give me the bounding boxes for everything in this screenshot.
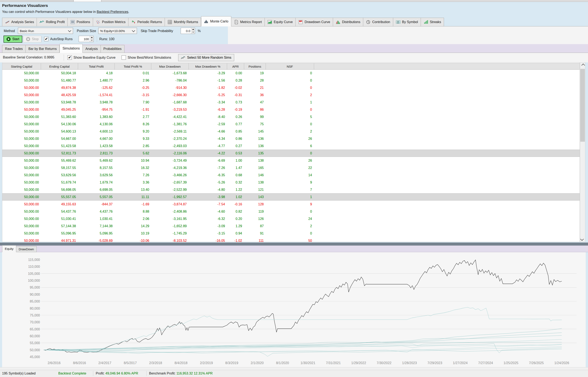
visualizer-tab-rolling-profit[interactable]: Rolling Profit (37, 18, 68, 26)
sim-tab-probabilities[interactable]: Probabilities (101, 45, 124, 53)
table-row[interactable]: 50,000.0044,971.31-5,028.69-10.06-8,103.… (2, 237, 580, 242)
table-cell: -1,574.41 (78, 93, 115, 97)
stop-button[interactable]: Stop (23, 36, 41, 42)
table-cell: -954.75 (78, 108, 115, 112)
table-cell: 7.90 (115, 100, 151, 104)
sim-tab-raw-trades[interactable]: Raw Trades (2, 45, 26, 53)
table-cell: 0 (266, 86, 314, 90)
visualizer-tab-drawdown-curve[interactable]: Drawdown Curve (296, 18, 333, 26)
visualizer-tab-contribution[interactable]: Contribution (363, 18, 393, 26)
table-cell: 50,000.00 (2, 232, 41, 235)
autostop-label: AutoStop Runs (50, 37, 73, 41)
table-scrollbar[interactable] (580, 62, 585, 242)
visualizer-tab-positions[interactable]: Positions (68, 18, 93, 26)
spinner-up-icon[interactable] (90, 36, 94, 39)
column-header-total-profit[interactable]: Total Profit (78, 63, 115, 70)
chart-tab-drawdown[interactable]: DrawDown (16, 246, 37, 252)
table-row[interactable]: 50,000.0054,667.004,667.009.33-2,370.24-… (2, 135, 580, 142)
visualizer-tab-by-symbol[interactable]: ABCDEFBy Symbol (393, 18, 421, 26)
visualizer-tab-analysis-series[interactable]: Analysis Series (2, 18, 37, 26)
table-row[interactable]: 50,000.0054,130.064,130.068.26-1,381.76-… (2, 120, 580, 128)
table-cell: -2,522.99 (151, 188, 189, 192)
spinner-down-icon[interactable] (90, 39, 94, 42)
visualizer-tab-streaks[interactable]: Streaks (421, 18, 444, 26)
table-row[interactable]: 50,000.0055,557.055,557.0511.11-1,992.57… (2, 193, 580, 200)
visualizer-tab-position-metrics[interactable]: Position Metrics (93, 18, 128, 26)
table-row[interactable]: 50,000.0055,469.625,469.6210.94-3,724.49… (2, 157, 580, 164)
visualizer-tab-monthly-returns[interactable]: Monthly Returns (165, 18, 201, 26)
table-row[interactable]: 50,000.0051,030.411,030.412.06-3,161.95-… (2, 215, 580, 223)
horizontal-splitter[interactable] (0, 243, 588, 246)
table-row[interactable]: 50,000.0053,948.783,948.787.90-1,687.68-… (2, 99, 580, 106)
table-cell: -1.69 (115, 202, 151, 206)
table-body[interactable]: 50,000.0050,004.184.180.01-1,673.68-3.29… (2, 70, 580, 242)
autostop-runs-stepper[interactable]: 100 (79, 36, 94, 42)
table-row[interactable]: 50,000.0054,437.764,437.768.88-2,408.86-… (2, 208, 580, 215)
table-row[interactable]: 50,000.0051,383.601,383.602.77-4,422.41-… (2, 113, 580, 120)
window-tab-stub-active[interactable] (73, 0, 101, 2)
tab-label: Drawdown Curve (304, 20, 330, 24)
skip-trade-probability-stepper[interactable]: 0.0 (181, 28, 195, 34)
table-row[interactable]: 50,000.0049,874.38-125.62-0.25-914.30-1.… (2, 84, 580, 91)
table-row[interactable]: 50,000.0056,698.056,698.0513.40-2,522.99… (2, 186, 580, 193)
table-row[interactable]: 50,000.0050,004.184.180.01-1,673.68-3.29… (2, 70, 580, 77)
sim-tab-bar-by-bar-returns[interactable]: Bar by Bar Returns (26, 45, 60, 53)
column-header-nsf[interactable]: NSF (266, 63, 314, 70)
autostop-checkbox[interactable]: ✔ (44, 37, 48, 41)
table-cell: -2,116.06 (151, 152, 189, 155)
show-bestworst-checkbox[interactable] (121, 55, 126, 60)
spinner-up-icon[interactable] (191, 28, 195, 31)
table-row[interactable]: 50,000.0058,157.558,157.5516.32-4,219.36… (2, 164, 580, 171)
visualizer-tab-monte-carlo[interactable]: Monte Carlo (201, 16, 231, 26)
column-header-max-drawdown[interactable]: Max Drawdown (151, 63, 189, 70)
table-cell: 50,000.00 (2, 130, 41, 133)
table-row[interactable]: 50,000.0049,045.25-954.75-1.91-3,219.53-… (2, 106, 580, 113)
method-select[interactable]: Basic Run (18, 28, 73, 34)
column-header-starting-capital[interactable]: Starting Capital (2, 63, 41, 70)
window-tab-stub[interactable] (28, 0, 53, 2)
table-row[interactable]: 50,000.0051,423.581,423.582.85-2,493.03-… (2, 142, 580, 150)
table-row[interactable]: 50,000.0052,811.732,811.735.62-2,116.06-… (2, 150, 580, 157)
bars-green-icon (424, 20, 428, 24)
table-row[interactable]: 50,000.0053,629.563,629.567.26-3,466.26-… (2, 171, 580, 179)
table-cell: 1,383.60 (78, 115, 115, 119)
window-tab-stub[interactable] (0, 0, 28, 2)
scrollbar-thumb[interactable] (580, 69, 585, 142)
table-cell: -0.31 (227, 93, 244, 97)
table-row[interactable]: 50,000.0054,600.134,600.139.20-2,569.11-… (2, 128, 580, 135)
backtest-preferences-link[interactable]: Backtest Preferences (96, 10, 128, 13)
table-row[interactable]: 50,000.0051,679.741,679.743.36-2,657.39-… (2, 179, 580, 186)
svg-text:ABC: ABC (397, 21, 400, 22)
sim-tab-simulations[interactable]: Simulations (60, 44, 83, 53)
show-baseline-checkbox[interactable]: ✔ (67, 55, 72, 60)
position-size-label: Position Size (77, 29, 96, 33)
visualizer-tab-periodic-returns[interactable]: Periodic Returns (128, 18, 165, 26)
table-row[interactable]: 50,000.0055,096.955,096.9510.19-1,745.29… (2, 230, 580, 237)
table-row[interactable]: 50,000.0049,155.63-844.37-1.69-3,874.87-… (2, 200, 580, 208)
window-tab-stub[interactable] (53, 0, 74, 2)
chart-tab-equity[interactable]: Equity (2, 245, 16, 252)
column-header-apr[interactable]: APR (227, 63, 244, 70)
scroll-down-icon[interactable] (580, 236, 585, 242)
table-cell: -7.54 (189, 202, 227, 206)
spinner-down-icon[interactable] (191, 31, 195, 34)
scroll-up-icon[interactable] (580, 63, 585, 68)
table-cell: 99 (244, 115, 266, 119)
start-button[interactable]: Start (4, 36, 22, 42)
table-cell: 0 (266, 79, 314, 82)
table-row[interactable]: 50,000.0051,480.771,480.772.96-786.04-1.… (2, 77, 580, 84)
column-header-max-drawdown-[interactable]: Max Drawdown % (189, 63, 227, 70)
position-size-select[interactable]: % Equity=10.00% (98, 28, 137, 34)
visualizer-tab-distributions[interactable]: Distributions (333, 18, 363, 26)
column-header-ending-capital[interactable]: Ending Capital (41, 63, 78, 70)
table-row[interactable]: 50,000.0057,144.387,144.3814.29-1,652.89… (2, 223, 580, 230)
sim-tab-analysis[interactable]: Analysis (83, 45, 101, 53)
select-more-sims-button[interactable]: Select 50 More Random Sims (178, 54, 234, 61)
column-header-total-profit-[interactable]: Total Profit % (115, 63, 151, 70)
visualizer-tab-metrics-report[interactable]: Metrics Report (231, 18, 265, 26)
bar-updown-icon (131, 20, 136, 24)
visualizer-tab-equity-curve[interactable]: Equity Curve (265, 18, 296, 26)
table-row[interactable]: 50,000.0048,425.59-1,574.41-3.15-2,666.3… (2, 91, 580, 99)
column-header-positions[interactable]: Positions (244, 63, 266, 70)
table-cell: 50,000.00 (2, 71, 41, 75)
